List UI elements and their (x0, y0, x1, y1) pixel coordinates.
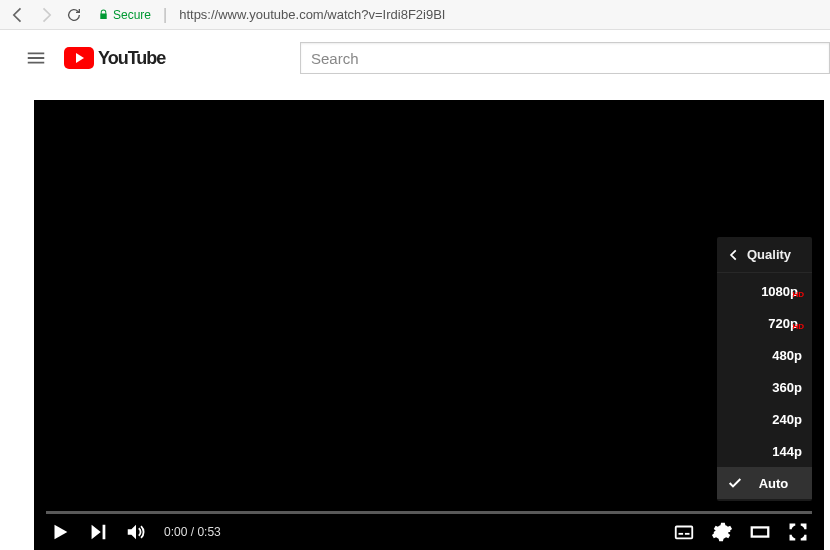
settings-button[interactable] (708, 518, 736, 546)
hd-badge: HD (792, 322, 804, 331)
next-button[interactable] (84, 518, 112, 546)
browser-chrome: Secure | https://www.youtube.com/watch?v… (0, 0, 830, 30)
chevron-left-icon (727, 248, 741, 262)
reload-button[interactable] (64, 5, 84, 25)
check-icon (727, 475, 745, 491)
quality-option-360p[interactable]: 360p (717, 371, 812, 403)
url-text[interactable]: https://www.youtube.com/watch?v=Irdi8F2i… (179, 7, 445, 22)
secure-badge: Secure (98, 8, 151, 22)
quality-menu: Quality 1080pHD 720pHD 480p 360p 240p 14… (717, 237, 812, 501)
youtube-header: YouTube (0, 30, 830, 86)
fullscreen-button[interactable] (784, 518, 812, 546)
quality-option-240p[interactable]: 240p (717, 403, 812, 435)
search-container (300, 42, 830, 74)
time-display: 0:00 / 0:53 (164, 525, 221, 539)
youtube-logo-text: YouTube (98, 48, 165, 69)
theater-mode-button[interactable] (746, 518, 774, 546)
quality-options-list: 1080pHD 720pHD 480p 360p 240p 144p Auto (717, 273, 812, 501)
back-button[interactable] (8, 5, 28, 25)
quality-option-144p[interactable]: 144p (717, 435, 812, 467)
volume-button[interactable] (122, 518, 150, 546)
youtube-logo[interactable]: YouTube (64, 47, 165, 69)
forward-button[interactable] (36, 5, 56, 25)
hamburger-menu-button[interactable] (16, 38, 56, 78)
subtitles-button[interactable] (670, 518, 698, 546)
youtube-logo-icon (64, 47, 94, 69)
svg-rect-1 (676, 527, 693, 539)
svg-rect-2 (679, 533, 684, 535)
hd-badge: HD (792, 290, 804, 299)
svg-rect-3 (685, 533, 690, 535)
search-input[interactable] (300, 42, 830, 74)
url-divider: | (163, 6, 167, 24)
quality-option-1080p[interactable]: 1080pHD (717, 275, 812, 307)
quality-option-720p[interactable]: 720pHD (717, 307, 812, 339)
secure-label: Secure (113, 8, 151, 22)
video-player[interactable]: Quality 1080pHD 720pHD 480p 360p 240p 14… (34, 100, 824, 550)
play-button[interactable] (46, 518, 74, 546)
svg-rect-4 (752, 527, 769, 536)
player-controls: 0:00 / 0:53 (34, 514, 824, 550)
quality-option-480p[interactable]: 480p (717, 339, 812, 371)
quality-menu-back[interactable]: Quality (717, 237, 812, 273)
quality-menu-title: Quality (747, 247, 791, 262)
quality-option-auto[interactable]: Auto (717, 467, 812, 499)
lock-icon (98, 9, 109, 20)
